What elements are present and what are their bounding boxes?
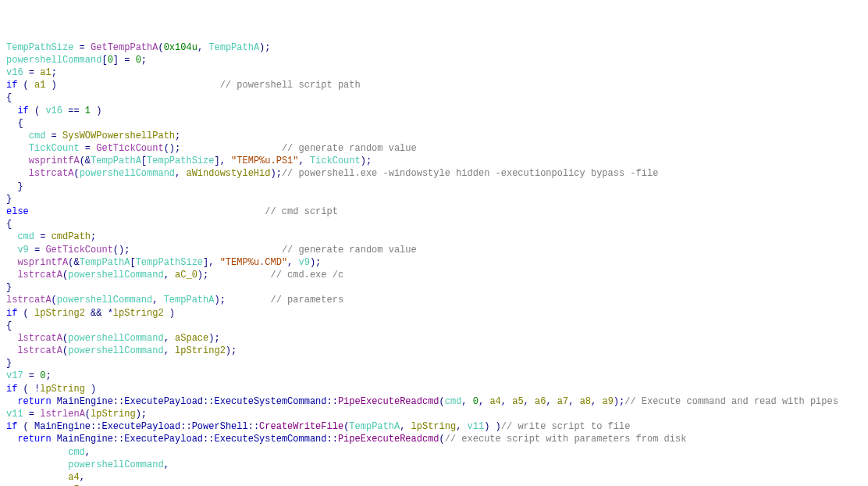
code-line: if ( a1 ) // powershell script path xyxy=(6,79,862,91)
code-token: = xyxy=(73,42,91,53)
code-token xyxy=(6,168,29,179)
code-token xyxy=(130,245,281,256)
code-token xyxy=(6,270,17,281)
code-token: ExecutePayload xyxy=(101,421,180,432)
code-token: a9 xyxy=(602,396,613,407)
code-token: ( xyxy=(85,409,91,420)
code-token: wsprintfA xyxy=(17,257,68,268)
code-line: { xyxy=(6,117,862,130)
code-token: } xyxy=(6,358,12,369)
code-token: TickCount xyxy=(29,143,80,154)
code-token: , xyxy=(546,396,557,407)
code-token: lstrcatA xyxy=(17,270,62,281)
code-token: ); xyxy=(208,333,219,344)
code-token: ( xyxy=(52,295,57,306)
code-token: "TEMP%u.CMD" xyxy=(220,257,287,268)
code-token: powershellCommand xyxy=(57,295,152,306)
code-line: lstrcatA(powershellCommand, TempPathA); … xyxy=(6,294,862,306)
code-line: else // cmd script xyxy=(6,205,862,218)
code-token: ] = xyxy=(113,55,136,66)
code-token: , xyxy=(478,396,489,407)
code-token: ExecutePayload xyxy=(124,396,203,407)
code-token: if xyxy=(6,384,17,395)
code-token xyxy=(6,155,29,166)
code-token: v11 xyxy=(468,421,485,432)
code-token: // generate random value xyxy=(282,143,417,154)
code-token: cmd xyxy=(29,130,46,141)
code-token: lstrcatA xyxy=(29,168,74,179)
code-token: // cmd.exe /c xyxy=(270,270,343,281)
code-token: :: xyxy=(113,434,124,445)
code-token: cmd xyxy=(445,396,462,407)
code-token: PowerShell xyxy=(192,421,248,432)
code-token: powershellCommand xyxy=(68,459,163,470)
code-token: // cmd script xyxy=(265,206,338,217)
code-line: v17 = 0; xyxy=(6,370,862,382)
code-token: , xyxy=(461,396,472,407)
code-token: TempPathA xyxy=(208,42,259,53)
code-token: :: xyxy=(91,421,101,432)
code-token: ); xyxy=(226,345,237,356)
code-token: aSpace xyxy=(175,333,208,344)
code-token xyxy=(52,434,57,445)
code-token: // Execute command and read with pipes xyxy=(624,396,838,407)
code-token: TempPathA xyxy=(91,155,141,166)
code-token: , xyxy=(501,396,512,407)
code-token: powershellCommand xyxy=(6,55,101,66)
code-token xyxy=(6,459,68,470)
code-token: , xyxy=(164,270,175,281)
code-token: a7 xyxy=(557,396,568,407)
code-token: = xyxy=(45,130,62,141)
code-token: } xyxy=(6,282,12,293)
code-token: { xyxy=(6,92,12,103)
code-token: ); xyxy=(259,42,270,53)
code-token: lpString2 xyxy=(34,308,85,319)
code-token: SysWOWPowershellPath xyxy=(62,130,175,141)
code-token: cmd xyxy=(68,447,85,458)
code-line: lstrcatA(powershellCommand, aSpace); xyxy=(6,332,862,345)
code-token: ; xyxy=(91,231,96,242)
code-token: , xyxy=(287,257,298,268)
code-line: } xyxy=(6,193,862,205)
code-token: a8 xyxy=(580,396,591,407)
code-line: cmd = SysWOWPowershellPath; xyxy=(6,130,862,142)
code-token: , xyxy=(164,333,175,344)
code-token: = xyxy=(23,409,41,420)
code-token xyxy=(6,447,68,458)
code-token: :: xyxy=(203,434,214,445)
code-token: v11 xyxy=(6,409,23,420)
code-token: v9 xyxy=(299,257,310,268)
code-token: powershellCommand xyxy=(68,333,163,344)
code-line: powershellCommand[0] = 0; xyxy=(6,54,862,66)
code-token xyxy=(6,130,29,141)
code-line: { xyxy=(6,218,862,230)
code-token: 0 xyxy=(136,55,141,66)
code-token: ; xyxy=(175,130,180,141)
code-line: if ( !lpString ) xyxy=(6,383,862,395)
code-token: , xyxy=(197,42,208,53)
code-token: , xyxy=(152,295,163,306)
code-token xyxy=(6,396,17,407)
code-token: lstrcatA xyxy=(17,333,62,344)
code-token: PipeExecuteReadcmd xyxy=(338,396,439,407)
code-line: lstrcatA(powershellCommand, aC_0); // cm… xyxy=(6,269,862,281)
code-token xyxy=(226,295,271,306)
code-token: (& xyxy=(68,257,79,268)
code-token: } xyxy=(6,181,23,192)
code-token: ( xyxy=(73,168,79,179)
code-token: ( xyxy=(439,434,445,445)
code-token: a4 xyxy=(489,396,500,407)
code-token: ); xyxy=(197,270,208,281)
code-token: , xyxy=(400,421,411,432)
code-token: TempPathA xyxy=(164,295,215,306)
code-token xyxy=(6,143,29,154)
code-line: { xyxy=(6,91,862,104)
code-token: , xyxy=(456,421,467,432)
code-token: lpString2 xyxy=(175,345,226,356)
code-token: lpString xyxy=(411,421,457,432)
code-token xyxy=(6,472,68,483)
code-token: // powershell script path xyxy=(220,80,361,91)
code-token: // execute script with parameters from d… xyxy=(445,434,687,445)
code-token: // parameters xyxy=(270,295,343,306)
code-line: wsprintfA(&TempPathA[TempPathSize], "TEM… xyxy=(6,155,862,167)
